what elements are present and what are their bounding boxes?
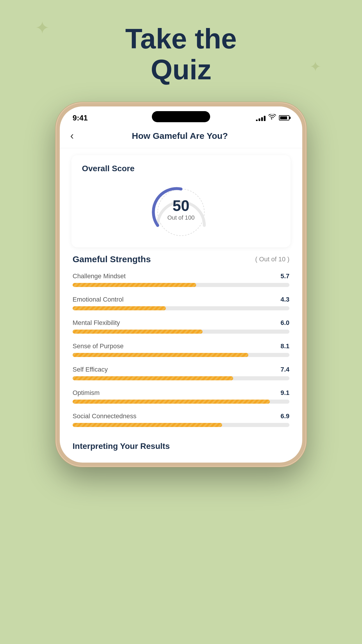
phone-frame: 9:41: [56, 102, 306, 467]
status-icons: [256, 114, 289, 122]
strength-score: 6.0: [280, 319, 289, 327]
navigation-bar: ‹ How Gameful Are You?: [60, 124, 302, 148]
strength-score: 4.3: [280, 296, 289, 303]
strength-name: Self Efficacy: [73, 366, 108, 373]
strength-row: Mental Flexibility 6.0: [73, 319, 289, 327]
wifi-icon: [268, 114, 276, 122]
strength-items-list: Challenge Mindset 5.7 Emotional Control …: [73, 272, 289, 427]
signal-icon: [256, 115, 266, 121]
strength-name: Optimism: [73, 389, 100, 397]
strength-name: Social Connectedness: [73, 412, 136, 420]
progress-bar: [73, 423, 222, 427]
strength-item: Social Connectedness 6.9: [73, 412, 289, 427]
strength-score: 8.1: [280, 342, 289, 350]
strength-name: Mental Flexibility: [73, 319, 120, 327]
dynamic-island: [152, 111, 210, 122]
progress-track: [73, 400, 289, 404]
page-title: Take the Quiz: [125, 23, 237, 85]
strengths-subtitle: ( Out of 10 ): [255, 256, 289, 263]
progress-track: [73, 423, 289, 427]
sparkle-decoration-left: ✦: [35, 18, 50, 38]
strength-row: Emotional Control 4.3: [73, 296, 289, 303]
progress-bar: [73, 353, 248, 357]
strength-name: Sense of Purpose: [73, 342, 124, 350]
strength-row: Self Efficacy 7.4: [73, 366, 289, 373]
gauge-out-of: Out of 100: [167, 214, 194, 221]
progress-bar: [73, 376, 233, 380]
progress-bar: [73, 400, 270, 404]
strength-row: Social Connectedness 6.9: [73, 412, 289, 420]
progress-track: [73, 283, 289, 287]
sparkle-decoration-right: ✦: [310, 58, 321, 75]
strengths-section: Gameful Strengths ( Out of 10 ) Challeng…: [71, 254, 291, 427]
strength-row: Sense of Purpose 8.1: [73, 342, 289, 350]
progress-track: [73, 306, 289, 310]
strength-item: Sense of Purpose 8.1: [73, 342, 289, 357]
overall-score-card: Overall Score 50 Out of 100: [71, 155, 291, 247]
strength-item: Mental Flexibility 6.0: [73, 319, 289, 334]
strength-score: 7.4: [280, 366, 289, 373]
phone-content: Overall Score 50 Out of 100: [60, 148, 302, 463]
score-card-title: Overall Score: [82, 164, 280, 173]
strength-item: Self Efficacy 7.4: [73, 366, 289, 380]
battery-icon: [279, 115, 289, 120]
progress-track: [73, 376, 289, 380]
strength-score: 6.9: [280, 412, 289, 420]
progress-bar: [73, 283, 196, 287]
strengths-header: Gameful Strengths ( Out of 10 ): [73, 254, 289, 264]
interpreting-section: Interpreting Your Results: [71, 436, 291, 451]
interpreting-title: Interpreting Your Results: [73, 442, 170, 451]
strength-row: Optimism 9.1: [73, 389, 289, 397]
strength-item: Emotional Control 4.3: [73, 296, 289, 310]
strength-name: Emotional Control: [73, 296, 124, 303]
status-time: 9:41: [73, 113, 88, 123]
progress-bar: [73, 330, 203, 334]
gauge-score: 50: [167, 198, 194, 213]
back-button[interactable]: ‹: [70, 130, 74, 142]
progress-track: [73, 353, 289, 357]
gauge-text: 50 Out of 100: [167, 198, 194, 221]
strength-row: Challenge Mindset 5.7: [73, 272, 289, 280]
strengths-title: Gameful Strengths: [73, 254, 151, 264]
strength-item: Challenge Mindset 5.7: [73, 272, 289, 287]
phone-screen: 9:41: [60, 106, 302, 463]
progress-bar: [73, 306, 166, 310]
score-gauge: 50 Out of 100: [149, 180, 213, 239]
phone-mockup: 9:41: [56, 102, 306, 467]
strength-score: 5.7: [280, 272, 289, 280]
progress-track: [73, 330, 289, 334]
strength-name: Challenge Mindset: [73, 272, 126, 280]
screen-title: How Gameful Are You?: [80, 131, 280, 141]
strength-item: Optimism 9.1: [73, 389, 289, 404]
strength-score: 9.1: [280, 389, 289, 397]
